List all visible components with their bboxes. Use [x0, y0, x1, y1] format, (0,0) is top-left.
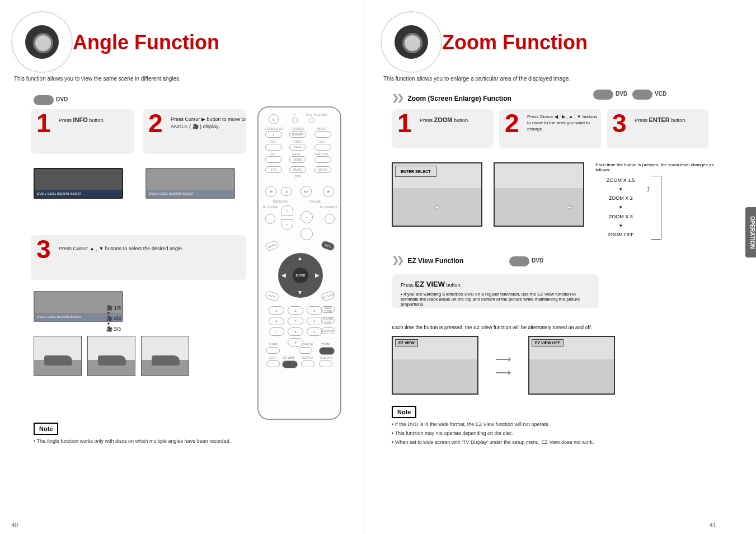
prev-button[interactable]: ⏮ [265, 186, 276, 197]
step-1-number: 1 [36, 108, 51, 138]
cancel-button[interactable] [299, 347, 312, 354]
key-5[interactable]: 5 [288, 317, 303, 325]
power-button[interactable]: ⏻ [269, 114, 279, 124]
step-3-text: Press Cursor ▲ , ▼ buttons to select the… [59, 245, 183, 252]
dpad-up-button[interactable]: ▲ [297, 255, 303, 261]
slide-button[interactable]: MODE [289, 156, 306, 163]
stop-button[interactable]: ■ [281, 187, 292, 196]
zoom-step-3: 3 Press ENTER button. [607, 109, 708, 148]
tuner-label: TUNER [292, 140, 302, 143]
zoom-step1-text: Press ZOOM button. [420, 116, 469, 124]
zs1-bold: ZOOM [434, 116, 453, 123]
ch-down-button[interactable]: ∨ [281, 219, 293, 229]
ez-thumb-row: EZ VIEW ⟶⟶ EZ VIEW OFF [392, 336, 716, 395]
subspk-label: SUB SPK [320, 356, 332, 359]
dvd-button[interactable] [265, 144, 282, 151]
open-close-button[interactable]: ▲ [265, 131, 282, 138]
zs3-bold: ENTER [649, 116, 670, 123]
mute-button[interactable]: MUTE [264, 290, 279, 302]
dvd-led-icon [309, 118, 314, 123]
ez-thumb-on: EZ VIEW [392, 336, 478, 395]
key-1[interactable]: 1 [269, 306, 284, 315]
plii-mode-button[interactable] [265, 214, 275, 224]
zoom-label: ZOOM [321, 343, 330, 346]
ez-toggle-note: Each time the button is pressed, the EZ … [392, 325, 716, 330]
ez-thumb-off-tag: EZ VIEW OFF [532, 339, 564, 346]
zoom-thumb-row: ENTER SELECT + + Each time the button is… [392, 162, 727, 240]
aux-button[interactable] [314, 144, 331, 151]
zoom-button[interactable] [319, 347, 335, 355]
subspk-button[interactable] [319, 360, 332, 367]
soundedit-button[interactable]: SOUND EDIT [321, 317, 335, 324]
zoom-opt-3: ZOOM X 3 [595, 212, 646, 222]
openclose-label: OPEN/CLOSE [265, 127, 284, 130]
description-left: This function allows you to view the sam… [14, 76, 181, 82]
testtone-button[interactable]: TEST TONE [321, 306, 335, 313]
note-badge-right: Note [392, 406, 416, 418]
osd-bar-1: DVD ♪ 01/01 001/040 0:00:37 [35, 190, 122, 198]
key-0[interactable]: 0 [288, 338, 303, 346]
vol-minus-button[interactable]: − [300, 228, 313, 240]
page-right: Zoom Function This function allows you t… [369, 0, 727, 534]
ch-up-button[interactable]: ∧ [281, 205, 293, 216]
pill-icon [34, 95, 54, 105]
music-button[interactable]: MUSIC [289, 166, 306, 173]
step-2-number: 2 [148, 108, 163, 138]
dpad-down-button[interactable]: ▼ [297, 289, 303, 296]
note-text-left: • The Angle function works only with dis… [34, 438, 231, 444]
angle-thumb-3 [141, 336, 189, 376]
osd-thumb-1: DVD ♪ 01/01 001/040 0:00:37 [34, 168, 123, 199]
chevron-down-icon: ▼ [595, 203, 646, 212]
key-9[interactable]: 9 [307, 327, 322, 336]
key-3[interactable]: 3 [307, 306, 322, 315]
note-section-left: Note • The Angle function works only wit… [34, 423, 231, 444]
pliimode-label: PL II MODE [263, 205, 278, 209]
repeat-label: REPEAT [302, 356, 313, 359]
enter-button[interactable]: ENTER [293, 268, 308, 283]
volume-label: VOLUME [309, 200, 321, 203]
step-3-number: 3 [36, 234, 51, 264]
play-pause-button[interactable]: ▶‖ [300, 186, 312, 197]
note-text-r1: • If the DVD is in the wide format, the … [392, 421, 716, 427]
logo-button[interactable] [266, 360, 280, 367]
menu-button[interactable]: MENU [264, 240, 279, 251]
key-7[interactable]: 7 [269, 327, 284, 336]
angle-thumb-1 [34, 336, 82, 376]
repeat-button[interactable] [301, 360, 314, 367]
sfx-button[interactable]: S.FX [265, 166, 282, 173]
key-2[interactable]: 2 [288, 306, 303, 315]
key-4[interactable]: 4 [269, 317, 284, 325]
tv-video-button[interactable]: DIMMER [289, 131, 306, 138]
mode-button[interactable] [314, 131, 331, 138]
tuning-label: TUNING/CH [273, 200, 288, 203]
angle-opt-1: 🎥 1/3 [106, 305, 121, 311]
return-button[interactable]: RETURN [320, 290, 335, 302]
vcd-badge-right: VCD [655, 91, 666, 97]
dpad-right-button[interactable]: ▶ [315, 272, 320, 278]
ez-step-box: Press EZ VIEW button. • If you are watch… [392, 274, 599, 308]
operation-tab: OPERATION [745, 207, 756, 257]
numpad: 1 2 3 4 5 6 7 8 9 0 [269, 306, 322, 346]
ezview-button[interactable] [282, 360, 298, 368]
dpad-left-button[interactable]: ◀ [281, 272, 286, 278]
chevron-down-icon: ▼ [595, 185, 646, 194]
sleep-button[interactable] [266, 347, 280, 354]
step-1-bold: INFO [73, 116, 88, 123]
key-8[interactable]: 8 [288, 327, 303, 336]
plii-effect-button[interactable] [325, 214, 335, 224]
next-button[interactable]: ⏭ [323, 186, 334, 197]
vol-plus-button[interactable]: + [300, 211, 313, 223]
note-text-r2: • This function may not operate dependin… [392, 430, 716, 436]
subtitle-button[interactable] [314, 156, 331, 163]
note-section-right: Note • If the DVD is in the wide format,… [392, 406, 716, 445]
info-button[interactable]: INFO [320, 240, 335, 251]
movie-button[interactable]: MOVIE [314, 166, 331, 173]
page-number-left: 40 [11, 522, 18, 528]
asc-button[interactable] [265, 156, 282, 163]
tv-led-icon [292, 118, 298, 123]
plus-icon: + [567, 203, 572, 212]
remain-button[interactable]: REMAIN [321, 327, 335, 334]
tuner-button[interactable]: BAND [289, 144, 306, 151]
zoom-opt-1: ZOOM X 1.5 [595, 176, 646, 185]
key-6[interactable]: 6 [307, 317, 322, 325]
